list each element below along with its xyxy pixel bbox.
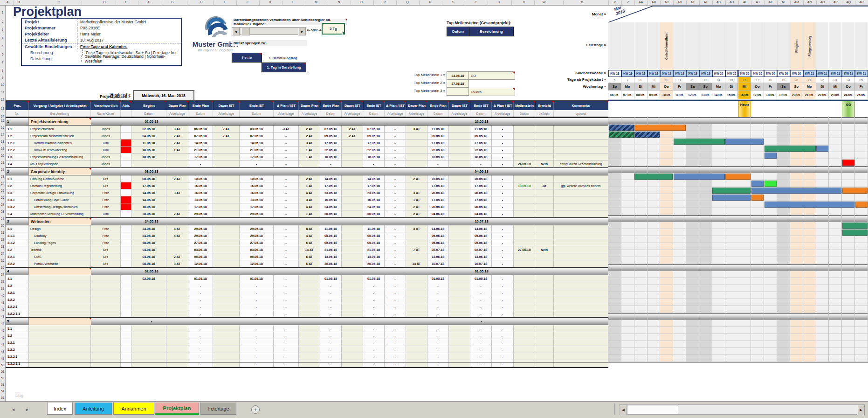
cell-dp2[interactable]: 4 AT: [299, 232, 320, 239]
cell-d2[interactable]: -: [385, 310, 406, 317]
cell-di1[interactable]: [213, 339, 240, 346]
kw-cell[interactable]: KW 19: [686, 70, 699, 77]
cell-di1[interactable]: [213, 139, 240, 146]
cell-pos[interactable]: 5.2.2.1: [6, 353, 29, 360]
cell-di3[interactable]: [449, 339, 470, 346]
row-number-43[interactable]: 43: [0, 315, 5, 318]
cell-d2[interactable]: -: [385, 146, 406, 153]
cell-d2[interactable]: -: [385, 153, 406, 160]
row-number-40[interactable]: 40: [0, 294, 5, 297]
cell-dp3[interactable]: [406, 275, 427, 282]
cell-ja[interactable]: [535, 303, 554, 310]
cell-ep3[interactable]: 09.05.18: [427, 132, 449, 139]
cell-dp1[interactable]: 3 AT: [166, 189, 188, 196]
cell-ms[interactable]: [514, 132, 535, 139]
weekday-cell[interactable]: Fr: [855, 83, 868, 91]
date-cell[interactable]: 21.05.: [803, 91, 816, 99]
row-number-47[interactable]: 47: [0, 343, 5, 346]
section-desc[interactable]: Corporate Identity: [29, 168, 91, 175]
cell-di3[interactable]: [449, 353, 470, 360]
cell-ms[interactable]: [514, 325, 535, 332]
cell-dp3[interactable]: [406, 239, 427, 246]
cell-di3[interactable]: [449, 246, 470, 253]
cell-resp[interactable]: Urs: [91, 246, 121, 253]
cell-b[interactable]: 04.06.18: [131, 246, 166, 253]
cell-ei3[interactable]: -: [470, 296, 492, 303]
cell-di1[interactable]: [213, 203, 240, 210]
cell-pos[interactable]: 5.2.2.1.1: [6, 360, 29, 367]
cell-b[interactable]: [131, 296, 166, 303]
cell-d2[interactable]: -: [385, 203, 406, 210]
cell-ep2[interactable]: 30.05.18: [320, 210, 342, 217]
cell-d1[interactable]: -: [274, 239, 299, 246]
col-letter-AB[interactable]: AB: [652, 0, 656, 4]
weekday-cell[interactable]: Sa: [777, 83, 790, 91]
cell-d3[interactable]: -: [492, 360, 514, 367]
cell-pos[interactable]: 5.2.2: [6, 346, 29, 353]
cell-resp[interactable]: [91, 325, 121, 332]
cell-ep2[interactable]: 13.06.18: [320, 253, 342, 260]
cell-d1[interactable]: -: [274, 132, 299, 139]
cell-dp1[interactable]: [166, 182, 188, 189]
cell-ei3[interactable]: 17.05.18: [470, 196, 492, 203]
row-number-33[interactable]: 33: [0, 245, 5, 248]
section-row[interactable]: 2Corporate Identity08.05.1804.06.18: [6, 167, 608, 175]
jump-first-day-link[interactable]: 1. Darstellungstag: [269, 56, 297, 60]
table-row[interactable]: 3.1DesignFritz24.05.184 AT29.05.1829.05.…: [6, 225, 608, 232]
cell-ep1[interactable]: 17.05.18: [188, 203, 213, 210]
table-row[interactable]: 5.2.2.1---------: [6, 353, 608, 360]
cell-d1[interactable]: -: [274, 182, 299, 189]
cell-ei1[interactable]: 29.05.18: [240, 210, 274, 217]
col-letter-O[interactable]: O: [360, 0, 363, 4]
cell-d2[interactable]: -: [385, 182, 406, 189]
cell-ja[interactable]: [535, 210, 554, 217]
row-number-28[interactable]: 28: [0, 210, 5, 213]
cell-d2[interactable]: -: [385, 353, 406, 360]
col-letter-K[interactable]: K: [269, 0, 272, 4]
cell-ei3[interactable]: 05.06.18: [470, 232, 492, 239]
cell-pos[interactable]: 4.2.2: [6, 296, 29, 303]
cell-dp1[interactable]: [166, 296, 188, 303]
day-number-cell[interactable]: 10: [660, 77, 673, 83]
cell-resp[interactable]: Jonas: [91, 160, 121, 167]
slider-right-arrow-icon[interactable]: ▶: [298, 28, 306, 35]
cell-b[interactable]: [131, 303, 166, 310]
cell-pos[interactable]: 1.4: [6, 160, 29, 167]
col-letter-X[interactable]: X: [581, 0, 583, 4]
cell-resp[interactable]: Fritz: [91, 203, 121, 210]
header-cell[interactable]: Δ Plan / IST: [274, 101, 299, 110]
cell-ja[interactable]: [535, 175, 554, 182]
row-number-32[interactable]: 32: [0, 238, 5, 241]
cell-dp2[interactable]: [299, 296, 320, 303]
cell-di2[interactable]: [342, 189, 363, 196]
cell-dp2[interactable]: [299, 332, 320, 339]
cell-desc[interactable]: Domain Registrierung: [29, 182, 91, 189]
cell-di3[interactable]: [449, 346, 470, 353]
col-letter-AQ[interactable]: AQ: [846, 0, 851, 4]
weekday-cell[interactable]: So: [608, 83, 621, 91]
cell-ei1[interactable]: 29.05.18: [240, 232, 274, 239]
cell-di3[interactable]: [449, 282, 470, 289]
row-number-31[interactable]: 31: [0, 231, 5, 234]
cell-di2[interactable]: [342, 196, 363, 203]
cell-ep2[interactable]: -: [320, 332, 342, 339]
cell-d3[interactable]: -: [492, 303, 514, 310]
cell-d3[interactable]: -: [492, 246, 514, 253]
cell-d3[interactable]: -: [492, 160, 514, 167]
cell-ep3[interactable]: 18.05.18: [427, 153, 449, 160]
cell-ei1[interactable]: 16.05.18: [240, 182, 274, 189]
cell-resp[interactable]: Fritz: [91, 196, 121, 203]
table-row[interactable]: 1.2Projektteam zusammenstellenJonas04.05…: [6, 132, 608, 139]
cell-b[interactable]: [131, 346, 166, 353]
milestone-date-cell[interactable]: 24.05.18: [447, 71, 469, 80]
cell-ep3[interactable]: 05.06.18: [427, 232, 449, 239]
cell-di1[interactable]: [213, 303, 240, 310]
cell-ep3[interactable]: -: [427, 339, 449, 346]
section-desc[interactable]: Webseiten: [29, 218, 91, 225]
cell-ei2[interactable]: 18.05.18: [363, 153, 385, 160]
cell-d2[interactable]: -: [385, 125, 406, 132]
cell-dep[interactable]: [121, 153, 131, 160]
row-number-46[interactable]: 46: [0, 336, 5, 339]
hscroll-right-arrow-icon[interactable]: ▶: [857, 405, 865, 415]
cell-d3[interactable]: -: [492, 232, 514, 239]
